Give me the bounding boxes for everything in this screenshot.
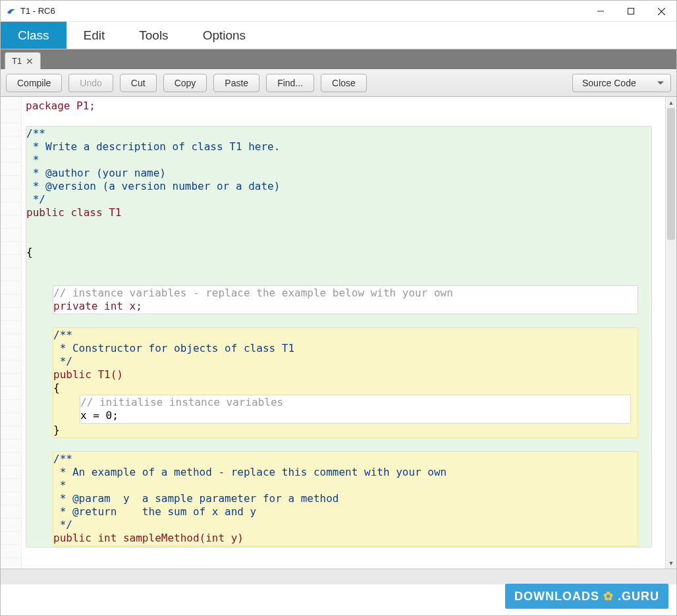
- menu-options[interactable]: Options: [186, 22, 263, 49]
- scroll-up-icon[interactable]: ▲: [666, 97, 676, 108]
- svg-rect-1: [628, 9, 634, 14]
- scroll-thumb[interactable]: [667, 108, 675, 240]
- close-window-button[interactable]: [646, 1, 676, 22]
- titlebar: T1 - RC6: [1, 1, 676, 22]
- paste-button[interactable]: Paste: [213, 74, 259, 92]
- copy-button[interactable]: Copy: [163, 74, 207, 92]
- code-line: */: [53, 355, 637, 368]
- code-line: [26, 113, 665, 126]
- field-scope: // instance variables - replace the exam…: [53, 285, 638, 314]
- tab-label: T1: [12, 56, 22, 66]
- code-line: /**: [53, 329, 637, 342]
- code-line: * Constructor for objects of class T1: [53, 342, 637, 355]
- flower-icon: ✿: [603, 589, 614, 603]
- code-line: // instance variables - replace the exam…: [53, 287, 637, 300]
- close-button[interactable]: Close: [321, 74, 367, 92]
- find-button[interactable]: Find...: [266, 74, 314, 92]
- code-line: {: [53, 381, 637, 395]
- undo-button[interactable]: Undo: [68, 74, 113, 92]
- code-line: * @param y a sample parameter for a meth…: [53, 492, 637, 505]
- code-line: [26, 219, 651, 233]
- menubar: Class Edit Tools Options: [1, 22, 676, 49]
- window-title: T1 - RC6: [20, 6, 55, 16]
- method-scope: /** * An example of a method - replace t…: [53, 451, 638, 546]
- code-line: *: [26, 154, 651, 167]
- code-line: [26, 272, 651, 285]
- maximize-button[interactable]: [616, 1, 646, 22]
- watermark-right: .GURU: [618, 590, 659, 603]
- code-line: * @return the sum of x and y: [53, 505, 637, 518]
- code-line: */: [53, 518, 637, 532]
- code-line: private int x;: [53, 300, 142, 312]
- code-area[interactable]: package P1; /** * Write a description of…: [22, 97, 665, 569]
- code-line: // initialise instance variables: [80, 396, 630, 409]
- compile-button[interactable]: Compile: [6, 74, 62, 92]
- watermark-left: DOWNLOADS: [514, 590, 599, 603]
- code-line: public int sampleMethod(int y): [53, 532, 244, 544]
- code-line: * Write a description of class T1 here.: [26, 140, 651, 154]
- constructor-scope: /** * Constructor for objects of class T…: [53, 327, 638, 438]
- code-line: public T1(): [53, 368, 123, 381]
- code-line: public class T1: [26, 206, 122, 219]
- code-line: * @author (your name): [26, 167, 651, 180]
- menu-edit[interactable]: Edit: [67, 22, 122, 49]
- view-selector[interactable]: Source Code: [572, 74, 671, 92]
- code-line: */: [26, 193, 651, 206]
- toolbar: Compile Undo Cut Copy Paste Find... Clos…: [1, 69, 676, 97]
- window-controls: [585, 1, 676, 22]
- code-line: {: [26, 246, 651, 259]
- cut-button[interactable]: Cut: [120, 74, 157, 92]
- code-line: [26, 259, 651, 272]
- tab-close-icon[interactable]: ✕: [26, 57, 34, 66]
- menu-tools[interactable]: Tools: [122, 22, 185, 49]
- minimize-button[interactable]: [585, 1, 616, 22]
- menu-class[interactable]: Class: [1, 22, 67, 49]
- code-line: package P1;: [26, 99, 95, 112]
- vertical-scrollbar[interactable]: ▲ ▼: [665, 97, 676, 569]
- gutter: [1, 97, 22, 569]
- constructor-body: // initialise instance variables x = 0;: [80, 395, 631, 424]
- watermark: DOWNLOADS ✿ .GURU: [505, 584, 668, 609]
- code-line: [26, 233, 651, 246]
- scroll-down-icon[interactable]: ▼: [666, 557, 676, 569]
- code-line: *: [53, 479, 637, 492]
- editor: package P1; /** * Write a description of…: [1, 97, 676, 569]
- statusbar: [1, 569, 676, 584]
- view-selector-label: Source Code: [582, 78, 636, 88]
- class-scope: /** * Write a description of class T1 he…: [26, 126, 652, 547]
- code-line: /**: [26, 127, 651, 140]
- code-line: /**: [53, 453, 637, 466]
- code-line: }: [53, 424, 637, 437]
- app-icon: [6, 6, 16, 16]
- tab-strip: T1 ✕: [1, 49, 676, 69]
- editor-tab[interactable]: T1 ✕: [5, 52, 41, 69]
- code-line: * @version (a version number or a date): [26, 180, 651, 193]
- code-line: * An example of a method - replace this …: [53, 466, 637, 479]
- code-line: x = 0;: [80, 409, 630, 422]
